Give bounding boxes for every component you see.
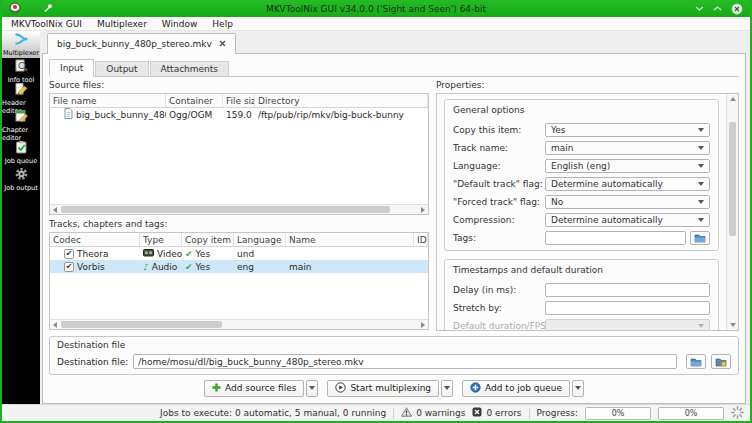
chevron-down-icon xyxy=(698,182,704,186)
tab-attachments[interactable]: Attachments xyxy=(150,61,229,76)
checkbox-checked[interactable]: ✔ xyxy=(64,249,74,259)
titlebar: MKVToolNix GUI v34.0.0 ('Sight and Seen'… xyxy=(2,0,750,17)
start-multiplexing-button[interactable]: Start multiplexing xyxy=(327,380,439,397)
scroll-left-icon[interactable] xyxy=(50,320,60,329)
track-type: Video xyxy=(157,249,182,259)
scroll-left-icon[interactable] xyxy=(50,205,60,214)
tab-output[interactable]: Output xyxy=(95,61,148,76)
source-file-row[interactable]: big_buck_bunny_480p_... Ogg/OGM 159.0 ..… xyxy=(50,108,428,121)
add-source-files-button[interactable]: Add source files xyxy=(204,380,304,397)
scroll-right-icon[interactable] xyxy=(418,205,428,214)
column-header-container[interactable]: Container xyxy=(166,94,223,107)
menu-help[interactable]: Help xyxy=(212,19,233,29)
check-icon: ✔ xyxy=(185,249,193,259)
tracks-table: Codec Type Copy item Language Name ID ✔T… xyxy=(49,232,429,330)
browse-tags-button[interactable] xyxy=(690,231,710,245)
scroll-up-icon[interactable] xyxy=(727,94,738,104)
queue-icon xyxy=(470,382,481,395)
minimize-icon[interactable] xyxy=(695,5,704,12)
scroll-right-icon[interactable] xyxy=(418,320,428,329)
video-icon xyxy=(143,248,154,259)
compression-label: Compression: xyxy=(453,215,545,225)
destination-file-input[interactable] xyxy=(133,354,677,369)
column-header-directory[interactable]: Directory xyxy=(255,94,428,107)
column-header-copy-item[interactable]: Copy item xyxy=(182,233,234,246)
column-header-language[interactable]: Language xyxy=(234,233,286,246)
column-header-name[interactable]: Name xyxy=(286,233,414,246)
folder-icon xyxy=(690,357,702,367)
scroll-down-icon[interactable] xyxy=(727,320,738,330)
destination-file-group: Destination file Destination file: xyxy=(49,336,739,375)
menu-window[interactable]: Window xyxy=(162,19,198,29)
chevron-down-icon xyxy=(575,386,581,390)
stretch-by-input[interactable] xyxy=(545,301,710,315)
magnifier-icon xyxy=(14,59,29,75)
menu-multiplexer[interactable]: Multiplexer xyxy=(97,19,147,29)
sidebar-item-chapter-editor[interactable]: Chapter editor xyxy=(2,112,40,139)
add-source-files-menu-button[interactable] xyxy=(306,380,318,397)
errors-count: 0 errors xyxy=(486,408,521,418)
tracks-hscrollbar[interactable] xyxy=(50,319,428,329)
statusbar: Jobs to execute: 0 automatic, 5 manual, … xyxy=(2,404,750,421)
default-track-flag-select[interactable]: Determine automatically xyxy=(545,177,710,191)
track-language: und xyxy=(234,247,286,260)
play-icon xyxy=(335,382,346,395)
plus-icon xyxy=(212,383,221,394)
compression-select[interactable]: Determine automatically xyxy=(545,213,710,227)
tab-input[interactable]: Input xyxy=(49,59,94,77)
source-files-table: File name Container File size Directory … xyxy=(49,93,429,215)
copy-item: Yes xyxy=(196,262,211,272)
chevron-down-icon xyxy=(698,128,704,132)
source-files-hscrollbar[interactable] xyxy=(50,204,428,214)
default-duration-label: Default duration/FPS: xyxy=(453,321,545,330)
menu-mkvtoolnix-gui[interactable]: MKVToolNix GUI xyxy=(11,19,82,29)
column-header-type[interactable]: Type xyxy=(140,233,182,246)
gear-icon xyxy=(14,167,29,183)
track-row-vorbis[interactable]: ✔Vorbis ♪Audio ✔Yes eng main xyxy=(50,260,428,273)
sidebar-item-job-output[interactable]: Job output xyxy=(2,166,40,193)
document-tab-label: big_buck_bunny_480p_stereo.mkv xyxy=(57,39,212,49)
track-name-combo[interactable]: main xyxy=(545,141,710,155)
progress-label: Progress: xyxy=(537,408,578,418)
copy-item: Yes xyxy=(196,249,211,259)
tags-input[interactable] xyxy=(545,231,686,245)
forced-track-flag-select[interactable]: No xyxy=(545,195,710,209)
folder-new-icon xyxy=(715,357,727,367)
tab-close-icon[interactable] xyxy=(219,39,226,49)
action-buttons: Add source files Start multiplexing xyxy=(49,377,739,399)
checkbox-checked[interactable]: ✔ xyxy=(64,262,74,272)
maximize-icon[interactable] xyxy=(713,5,722,12)
column-header-file-size[interactable]: File size xyxy=(223,94,255,107)
close-icon[interactable] xyxy=(731,3,743,15)
track-row-theora[interactable]: ✔Theora Video ✔Yes und xyxy=(50,247,428,260)
progress-bar-current: 0% xyxy=(585,407,651,420)
add-to-job-queue-menu-button[interactable] xyxy=(572,380,584,397)
start-multiplexing-menu-button[interactable] xyxy=(441,380,453,397)
column-header-codec[interactable]: Codec xyxy=(50,233,140,246)
error-icon xyxy=(472,407,482,419)
source-files-label: Source files: xyxy=(49,80,429,93)
sidebar-item-multiplexer[interactable]: Multiplexer xyxy=(2,31,40,58)
codec: Vorbis xyxy=(77,262,105,272)
menubar: MKVToolNix GUI Multiplexer Window Help xyxy=(2,17,750,31)
add-to-job-queue-button[interactable]: Add to job queue xyxy=(462,380,570,397)
column-header-id[interactable]: ID xyxy=(414,233,428,246)
sidebar-item-label: Job queue xyxy=(5,157,37,165)
properties-vscrollbar[interactable] xyxy=(726,94,738,330)
sidebar-item-header-editor[interactable]: Header editor xyxy=(2,85,40,112)
browse-destination-button[interactable] xyxy=(686,354,706,369)
new-destination-button[interactable] xyxy=(711,354,731,369)
sidebar-item-job-queue[interactable]: Job queue xyxy=(2,139,40,166)
language-select[interactable]: English (eng) xyxy=(545,159,710,173)
document-tab[interactable]: big_buck_bunny_480p_stereo.mkv xyxy=(47,33,236,54)
delay-input[interactable] xyxy=(545,283,710,297)
forced-track-flag-label: "Forced track" flag: xyxy=(453,197,545,207)
pencil-icon xyxy=(14,82,29,98)
track-language: eng xyxy=(234,260,286,273)
chevron-down-icon xyxy=(309,386,315,390)
sidebar-item-info-tool[interactable]: Info tool xyxy=(2,58,40,85)
warnings-count: 0 warnings xyxy=(416,408,465,418)
file-size: 159.0 ... xyxy=(223,108,255,121)
column-header-file-name[interactable]: File name xyxy=(50,94,166,107)
copy-this-item-select[interactable]: Yes xyxy=(545,123,710,137)
